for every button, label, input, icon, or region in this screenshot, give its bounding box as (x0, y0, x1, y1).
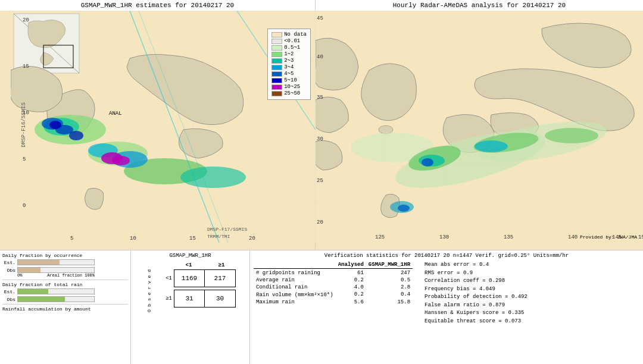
chart1-axis: 0% Areal fraction 100% (17, 273, 95, 278)
legend-item-4-5: 4~5 (271, 71, 307, 77)
legend-color-25-50 (271, 91, 282, 96)
verif-val-gridpoints-an: 61 (336, 269, 366, 277)
stat-false-alarm-ratio: False alarm ratio = 0.879 (424, 302, 527, 310)
svg-text:5: 5 (23, 156, 26, 162)
legend-color-05-1 (271, 45, 282, 51)
cont-cell-01: 217 (205, 269, 236, 287)
cont-cell-10: 31 (174, 290, 205, 307)
stat-hanssen-kuipers: Hanssen & Kuipers score = 0.335 (424, 309, 527, 318)
cont-cell-00: 1169 (174, 269, 205, 287)
verif-row-rainvol: Rain volume (mm×km²×10⁴) 0.2 0.4 (254, 291, 413, 299)
right-map-title: Hourly Radar-AMeDAS analysis for 2014021… (316, 0, 643, 11)
cont-row-lt1: <1 1169 217 (153, 269, 236, 287)
chart1-obs-track (17, 267, 95, 273)
svg-point-8 (180, 167, 246, 188)
cont-row-ge1: ≥1 31 30 (153, 290, 236, 307)
legend-label-2-3: 2~3 (284, 58, 294, 64)
chart2-obs-fill (18, 297, 65, 302)
stat-corr-coeff: Correlation coeff = 0.298 (424, 277, 527, 285)
verif-row-condrain: Conditional rain 4.0 2.8 (254, 284, 413, 291)
svg-text:20: 20 (249, 236, 255, 241)
chart1-obs-row: Obs (2, 267, 128, 273)
verif-col-gsmap: GSMAP_MWR_1HR (366, 261, 413, 269)
stat-equitable-threat: Equitable threat score = 0.073 (424, 318, 527, 326)
right-provided-label: Provided by: JWA/JMA (580, 234, 637, 240)
verif-col-analysed: Analysed (336, 261, 366, 269)
verif-label-maxrain: Maximum rain (254, 299, 336, 306)
svg-text:130: 130 (439, 234, 449, 240)
stat-rms-error: RMS error = 0.9 (424, 269, 527, 278)
verif-table-container: Analysed GSMAP_MWR_1HR # gridpoints rain… (254, 261, 413, 325)
cont-row-label-lt1: <1 (153, 275, 172, 281)
verif-val-condrain-gs: 2.8 (366, 284, 413, 291)
verif-table: Analysed GSMAP_MWR_1HR # gridpoints rain… (254, 261, 413, 306)
legend-color-1-2 (271, 52, 282, 57)
chart3-title: Rainfall accumulation by amount (2, 306, 128, 312)
svg-point-15 (49, 121, 61, 129)
legend-label-nodata: No data (284, 32, 307, 37)
svg-point-14 (69, 131, 83, 140)
contingency-title: GSMAP_MWR_1HR (133, 253, 247, 259)
verif-val-rainvol-gs: 0.4 (366, 291, 413, 299)
bottom-row: Daily fraction by occurrence Est. Obs 0% (0, 250, 643, 364)
verif-val-maxrain-an: 5.6 (336, 299, 366, 306)
svg-text:35: 35 (317, 95, 323, 101)
verif-table-header-row: Analysed GSMAP_MWR_1HR (254, 261, 413, 269)
bottom-left-charts: Daily fraction by occurrence Est. Obs 0% (0, 250, 131, 364)
cont-col-lt1: <1 (173, 262, 205, 268)
contingency-panel: GSMAP_MWR_1HR <1 ≥1 O b s e r v e d (131, 250, 250, 364)
chart1-est-fill (18, 260, 60, 265)
legend-label-05-1: 0.5~1 (284, 45, 300, 51)
chart2-est-row: Est. (2, 288, 128, 294)
svg-point-41 (545, 128, 598, 143)
svg-text:5: 5 (70, 236, 73, 241)
chart1-obs-label: Obs (2, 268, 15, 273)
legend-label-10-25: 10~25 (284, 84, 300, 90)
verif-val-avgrain-gs: 0.5 (366, 277, 413, 284)
chart2-est-track (17, 288, 95, 294)
svg-point-35 (379, 125, 393, 134)
legend-item-3-4: 3~4 (271, 64, 307, 70)
contingency-body: O b s e r v e d <1 1169 217 ≥1 31 30 (145, 269, 236, 312)
right-map-canvas: 45 40 35 30 25 20 125 130 135 140 145 15… (316, 11, 643, 243)
svg-text:20: 20 (23, 17, 29, 23)
chart1-title: Daily fraction by occurrence (2, 253, 128, 258)
svg-point-46 (398, 205, 410, 212)
svg-text:125: 125 (375, 234, 385, 240)
stat-freq-bias: Frequency bias = 4.049 (424, 285, 527, 294)
legend-item-05-1: 0.5~1 (271, 45, 307, 51)
stats-panel: Mean abs error = 0.4 RMS error = 0.9 Cor… (424, 261, 527, 325)
chart1-est-track (17, 259, 95, 265)
legend-item-1-2: 1~2 (271, 51, 307, 57)
verif-val-rainvol-an: 0.2 (336, 291, 366, 299)
left-map-canvas: 20 15 10 5 0 5 10 15 20 ANAL DMSP-F17/SS… (11, 11, 316, 243)
verif-label-condrain: Conditional rain (254, 284, 336, 291)
top-row: GSMAP_MWR_1HR estimates for 20140217 20 … (0, 0, 643, 250)
svg-text:20: 20 (317, 219, 323, 225)
legend-color-10-25 (271, 84, 282, 90)
verif-val-condrain-an: 4.0 (336, 284, 366, 291)
svg-point-17 (112, 156, 130, 165)
svg-text:15: 15 (638, 234, 643, 240)
chart2-est-label: Est. (2, 289, 15, 294)
svg-text:45: 45 (317, 15, 323, 21)
legend-label-lt001: <0.01 (284, 38, 300, 44)
legend-label-4-5: 4~5 (284, 71, 294, 77)
svg-text:15: 15 (23, 64, 29, 70)
verif-row-gridpoints: # gridpoints raining 61 247 (254, 269, 413, 277)
contingency-wrapper: <1 ≥1 O b s e r v e d <1 1169 217 (133, 262, 247, 312)
legend-item-25-50: 25~50 (271, 90, 307, 96)
verif-row-avgrain: Average rain 0.2 0.5 (254, 277, 413, 284)
legend-item-lt001: <0.01 (271, 38, 307, 44)
legend-label-5-10: 5~10 (284, 77, 297, 83)
verif-label-avgrain: Average rain (254, 277, 336, 284)
right-map: Hourly Radar-AMeDAS analysis for 2014021… (316, 0, 643, 250)
verif-title: Verification statistics for 20140217 20 … (254, 253, 639, 259)
right-map-svg: 45 40 35 30 25 20 125 130 135 140 145 15 (316, 11, 643, 243)
legend-item-10-25: 10~25 (271, 84, 307, 90)
legend: No data <0.01 0.5~1 1~2 (267, 29, 311, 100)
svg-point-44 (422, 158, 433, 167)
svg-text:140: 140 (568, 234, 578, 240)
svg-text:TRMM/TMI: TRMM/TMI (207, 234, 230, 239)
svg-text:40: 40 (317, 54, 323, 60)
